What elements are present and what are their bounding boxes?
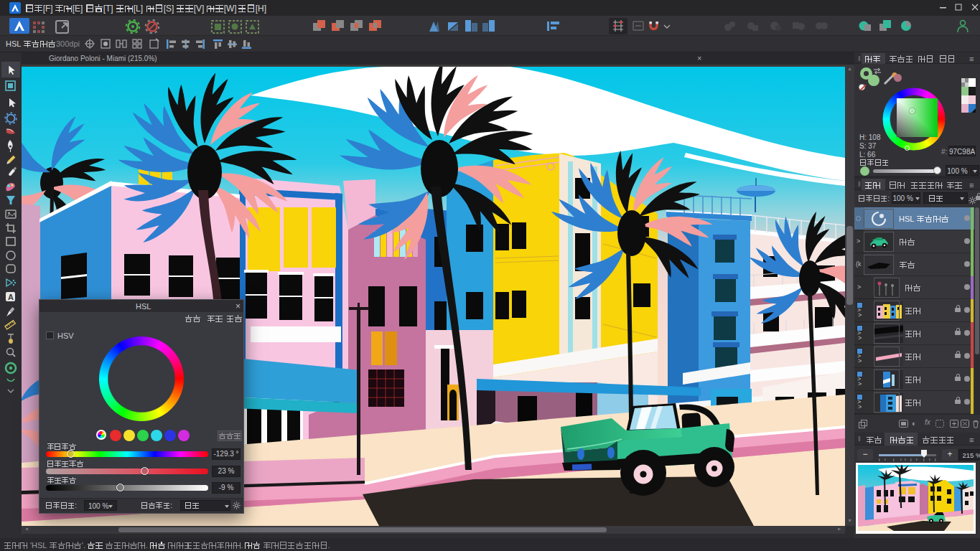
svg-text:A: A bbox=[8, 293, 14, 301]
